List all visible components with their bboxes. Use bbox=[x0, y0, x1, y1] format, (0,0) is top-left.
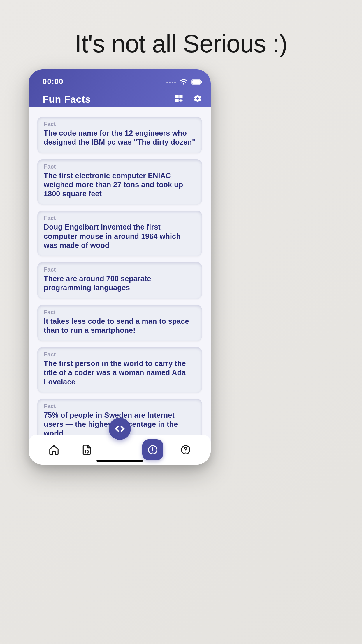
nav-help[interactable] bbox=[175, 439, 196, 460]
fact-card[interactable]: Fact There are around 700 separate progr… bbox=[37, 262, 202, 299]
page-title: Fun Facts bbox=[43, 94, 91, 105]
header-actions bbox=[175, 94, 202, 104]
app-header: Fun Facts bbox=[29, 90, 211, 108]
fact-card[interactable]: Fact The first person in the world to ca… bbox=[37, 347, 202, 393]
fact-label: Fact bbox=[44, 163, 196, 170]
nav-alert[interactable] bbox=[142, 439, 163, 460]
nav-home[interactable] bbox=[43, 439, 64, 460]
fact-label: Fact bbox=[44, 351, 196, 358]
battery-icon bbox=[191, 79, 202, 86]
fact-text: The first electronic computer ENIAC weig… bbox=[44, 171, 196, 199]
facts-list[interactable]: Fact The code name for the 12 engineers … bbox=[29, 107, 211, 435]
fact-label: Fact bbox=[44, 403, 196, 410]
fact-card[interactable]: Fact The first electronic computer ENIAC… bbox=[37, 159, 202, 205]
svg-rect-1 bbox=[192, 80, 200, 84]
code-fab-button[interactable] bbox=[109, 418, 131, 440]
marketing-title: It's not all Serious :) bbox=[0, 29, 362, 58]
svg-rect-3 bbox=[175, 95, 179, 98]
fact-label: Fact bbox=[44, 215, 196, 221]
fact-text: The code name for the 12 engineers who d… bbox=[44, 129, 196, 147]
fact-label: Fact bbox=[44, 266, 196, 273]
svg-rect-5 bbox=[175, 99, 179, 102]
svg-rect-4 bbox=[179, 95, 182, 98]
signal-icon bbox=[166, 82, 176, 83]
fact-card[interactable]: Fact The code name for the 12 engineers … bbox=[37, 117, 202, 153]
status-time: 00:00 bbox=[43, 77, 64, 86]
status-icons bbox=[166, 77, 202, 87]
home-indicator[interactable] bbox=[96, 460, 143, 462]
gear-icon[interactable] bbox=[193, 94, 202, 104]
fact-label: Fact bbox=[44, 309, 196, 316]
nav-document[interactable] bbox=[76, 439, 97, 460]
fact-card[interactable]: Fact Doug Engelbart invented the first c… bbox=[37, 211, 202, 256]
fact-text: There are around 700 separate programmin… bbox=[44, 274, 196, 293]
fact-text: It takes less code to send a man to spac… bbox=[44, 317, 196, 335]
fact-label: Fact bbox=[44, 121, 196, 127]
widgets-icon[interactable] bbox=[175, 94, 183, 104]
phone-frame: 00:00 Fun Facts Fact The code bbox=[29, 69, 211, 465]
fact-card[interactable]: Fact It takes less code to send a man to… bbox=[37, 305, 202, 342]
fact-text: The first person in the world to carry t… bbox=[44, 359, 196, 386]
fact-text: Doug Engelbart invented the first comput… bbox=[44, 223, 196, 250]
svg-rect-2 bbox=[201, 81, 202, 83]
wifi-icon bbox=[180, 78, 187, 87]
